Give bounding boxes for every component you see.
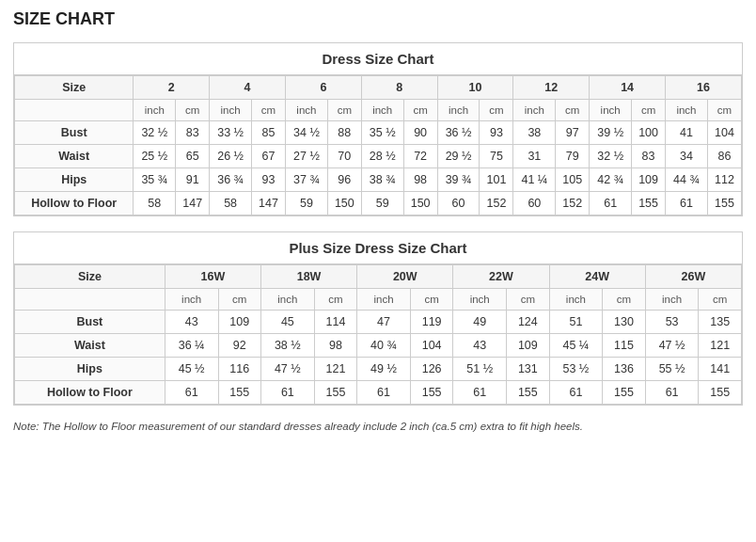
cell-inch: 61 (549, 381, 603, 405)
dress-size-table: Size 246810121416 inchcminchcminchcminch… (14, 75, 742, 215)
cell-inch: 41 ¼ (513, 168, 556, 192)
cell-inch: 39 ¾ (437, 168, 480, 192)
cell-cm: 155 (314, 381, 356, 405)
cell-cm: 83 (632, 145, 666, 168)
cell-cm: 155 (632, 192, 666, 215)
unit-cm: cm (176, 100, 210, 121)
cell-inch: 60 (437, 192, 480, 215)
cell-cm: 91 (176, 168, 210, 192)
cell-inch: 43 (165, 311, 218, 334)
unit-cm: cm (403, 100, 437, 121)
unit-cm: cm (252, 100, 286, 121)
cell-cm: 101 (480, 168, 513, 192)
plus-size-header-size: Size (15, 265, 165, 289)
unit-cm: cm (218, 289, 260, 311)
size-header: 16W (165, 265, 260, 289)
cell-cm: 136 (603, 358, 645, 381)
cell-inch: 61 (165, 381, 218, 405)
cell-cm: 109 (218, 311, 260, 334)
cell-inch: 55 ½ (645, 358, 699, 381)
unit-inch: inch (165, 289, 218, 311)
table-row: Hips35 ¾9136 ¾9337 ¾9638 ¾9839 ¾10141 ¼1… (15, 168, 742, 192)
cell-cm: 152 (556, 192, 590, 215)
unit-inch: inch (453, 289, 507, 311)
cell-cm: 98 (403, 168, 437, 192)
cell-inch: 59 (361, 192, 403, 215)
dress-size-chart-section: Dress Size Chart Size 246810121416 inchc… (13, 42, 743, 216)
unit-cm: cm (699, 289, 742, 311)
unit-inch: inch (666, 100, 708, 121)
row-label: Hips (15, 168, 134, 192)
size-header: 8 (361, 76, 437, 100)
cell-inch: 26 ½ (210, 145, 252, 168)
cell-cm: 104 (707, 121, 741, 145)
cell-cm: 75 (480, 145, 513, 168)
cell-cm: 115 (603, 334, 645, 358)
note: Note: The Hollow to Floor measurement of… (13, 421, 743, 432)
plus-unit-empty (15, 289, 165, 311)
cell-inch: 47 ½ (645, 334, 699, 358)
table-row: Bust431094511447119491245113053135 (15, 311, 742, 334)
cell-inch: 27 ½ (285, 145, 327, 168)
cell-inch: 28 ½ (361, 145, 403, 168)
cell-inch: 58 (210, 192, 252, 215)
cell-inch: 44 ¾ (666, 168, 708, 192)
cell-inch: 36 ¾ (210, 168, 252, 192)
row-label: Waist (15, 334, 165, 358)
unit-inch: inch (513, 100, 556, 121)
unit-cm: cm (603, 289, 645, 311)
row-label: Bust (15, 121, 134, 145)
cell-cm: 97 (556, 121, 590, 145)
dress-size-header-size: Size (15, 76, 134, 100)
cell-cm: 65 (176, 145, 210, 168)
cell-inch: 61 (666, 192, 708, 215)
size-header: 4 (210, 76, 286, 100)
table-row: Bust32 ½8333 ½8534 ½8835 ½9036 ½93389739… (15, 121, 742, 145)
cell-cm: 119 (410, 311, 452, 334)
cell-cm: 79 (556, 145, 590, 168)
cell-cm: 70 (327, 145, 361, 168)
cell-inch: 45 (260, 311, 314, 334)
cell-inch: 45 ½ (165, 358, 218, 381)
cell-cm: 124 (507, 311, 549, 334)
unit-cm: cm (327, 100, 361, 121)
cell-cm: 114 (314, 311, 356, 334)
size-header: 14 (590, 76, 666, 100)
cell-cm: 121 (314, 358, 356, 381)
size-header: 12 (513, 76, 590, 100)
cell-cm: 147 (176, 192, 210, 215)
cell-cm: 105 (556, 168, 590, 192)
cell-inch: 59 (285, 192, 327, 215)
cell-cm: 152 (480, 192, 513, 215)
cell-inch: 38 ½ (260, 334, 314, 358)
cell-cm: 112 (707, 168, 741, 192)
cell-cm: 141 (699, 358, 742, 381)
unit-cm: cm (410, 289, 452, 311)
unit-cm: cm (480, 100, 513, 121)
dress-unit-empty (15, 100, 134, 121)
cell-cm: 116 (218, 358, 260, 381)
size-header: 16 (666, 76, 742, 100)
cell-cm: 130 (603, 311, 645, 334)
cell-cm: 155 (218, 381, 260, 405)
table-row: Waist36 ¼9238 ½9840 ¾1044310945 ¼11547 ½… (15, 334, 742, 358)
cell-cm: 155 (410, 381, 452, 405)
size-header: 22W (453, 265, 549, 289)
cell-inch: 49 ½ (357, 358, 411, 381)
cell-cm: 155 (507, 381, 549, 405)
unit-cm: cm (632, 100, 666, 121)
cell-inch: 60 (513, 192, 556, 215)
size-header: 2 (134, 76, 210, 100)
cell-inch: 51 (549, 311, 603, 334)
cell-cm: 150 (327, 192, 361, 215)
cell-cm: 135 (699, 311, 742, 334)
cell-cm: 155 (699, 381, 742, 405)
cell-inch: 58 (134, 192, 176, 215)
table-row: Hips45 ½11647 ½12149 ½12651 ½13153 ½1365… (15, 358, 742, 381)
size-header: 18W (260, 265, 356, 289)
cell-cm: 96 (327, 168, 361, 192)
cell-cm: 90 (403, 121, 437, 145)
cell-inch: 61 (645, 381, 699, 405)
unit-inch: inch (549, 289, 603, 311)
cell-inch: 42 ¾ (590, 168, 632, 192)
